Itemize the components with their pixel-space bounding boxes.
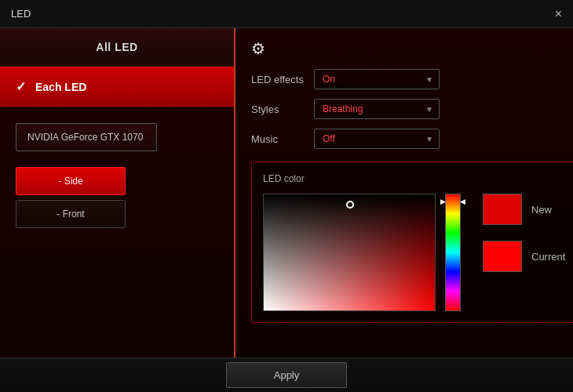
music-select[interactable]: Off On	[314, 129, 440, 149]
led-effects-row: LED effects On Off	[251, 69, 573, 89]
settings-icon: ⚙	[251, 39, 573, 58]
new-color-row: New	[483, 194, 565, 225]
hue-arrow-right: ▶	[440, 198, 446, 205]
color-gradient-box[interactable]	[263, 194, 436, 311]
music-label: Music	[251, 133, 314, 145]
close-button[interactable]: ×	[555, 7, 562, 21]
led-color-section: LED color ▶ ◀	[251, 162, 573, 323]
main-container: All LED ✓ Each LED NVIDIA GeForce GTX 10…	[0, 28, 573, 392]
color-swatches: New Current	[483, 194, 565, 272]
apply-button[interactable]: Apply	[226, 362, 348, 388]
styles-select-wrapper: Breathing Static Flash Rainbow	[314, 99, 440, 119]
led-color-title: LED color	[263, 173, 565, 184]
left-panel: All LED ✓ Each LED NVIDIA GeForce GTX 10…	[0, 28, 235, 392]
gradient-overlay	[264, 194, 435, 310]
window-title: LED	[11, 8, 31, 20]
device-dropdown[interactable]: NVIDIA GeForce GTX 1070	[16, 123, 157, 151]
led-effects-select[interactable]: On Off	[314, 69, 440, 89]
music-select-wrapper: Off On	[314, 129, 440, 149]
led-effects-select-wrapper: On Off	[314, 69, 440, 89]
each-led-label: Each LED	[35, 81, 86, 93]
styles-label: Styles	[251, 103, 314, 115]
front-item[interactable]: - Front	[16, 200, 126, 228]
all-led-button[interactable]: All LED	[0, 28, 234, 67]
sub-items-list: - Side - Front	[0, 159, 234, 236]
color-picker-area: ▶ ◀ New Current	[263, 194, 565, 311]
each-led-button[interactable]: ✓ Each LED	[0, 67, 234, 107]
current-color-row: Current	[483, 241, 565, 272]
music-row: Music Off On	[251, 129, 573, 149]
each-led-checkmark: ✓	[16, 79, 26, 94]
new-color-label: New	[531, 204, 552, 216]
device-section: NVIDIA GeForce GTX 1070	[0, 107, 234, 159]
right-panel: ⚙ LED effects On Off Styles Breathing St…	[235, 28, 573, 392]
side-item[interactable]: - Side	[16, 167, 126, 195]
gradient-indicator[interactable]	[346, 201, 354, 209]
styles-select[interactable]: Breathing Static Flash Rainbow	[314, 99, 440, 119]
new-color-swatch[interactable]	[483, 194, 522, 225]
hue-bar-container: ▶ ◀	[445, 194, 461, 311]
led-effects-label: LED effects	[251, 74, 314, 85]
current-color-label: Current	[531, 251, 565, 263]
hue-bar[interactable]	[445, 194, 461, 311]
styles-row: Styles Breathing Static Flash Rainbow	[251, 99, 573, 119]
hue-arrow-left: ◀	[460, 198, 465, 205]
current-color-swatch[interactable]	[483, 241, 522, 272]
bottom-bar: Apply	[0, 358, 573, 392]
title-bar: LED ×	[0, 0, 573, 28]
